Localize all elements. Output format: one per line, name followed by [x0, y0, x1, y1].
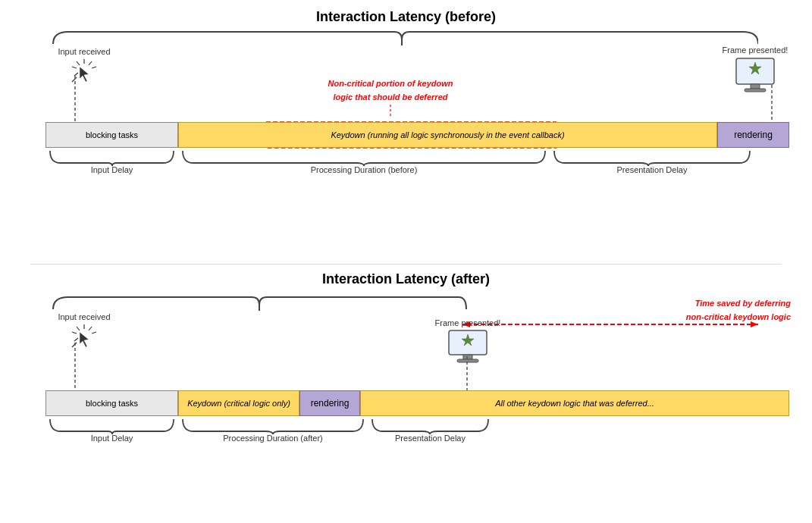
bottom-input-received: Input received: [58, 312, 111, 352]
top-noncritical-annotation: Non-critical portion of keydown logic th…: [288, 76, 493, 118]
svg-line-24: [77, 327, 80, 330]
top-frame-presented: Frame presented!: [721, 45, 789, 96]
svg-rect-12: [745, 89, 766, 92]
svg-line-2: [89, 61, 92, 65]
top-presentation-label: Presentation Delay: [550, 165, 754, 174]
bottom-input-dashed-line: [74, 343, 76, 396]
bottom-input-delay-brace: [45, 418, 178, 434]
top-presentation-brace: [550, 149, 754, 166]
top-keydown-block: Keydown (running all logic synchronously…: [178, 122, 717, 148]
bottom-deferred-block: All other keydown logic that was deferre…: [360, 390, 789, 416]
svg-line-23: [92, 332, 96, 334]
bottom-overall-brace: [45, 294, 474, 311]
top-input-received: Input received: [58, 47, 111, 86]
divider: [30, 264, 782, 265]
svg-line-4: [77, 61, 80, 65]
top-input-dashed-line: [74, 76, 76, 129]
top-rendering-block: rendering: [717, 122, 789, 148]
top-input-delay-label: Input Delay: [45, 165, 178, 174]
main-container: Interaction Latency (before) Input recei…: [0, 0, 812, 523]
monitor-icon-bottom: [446, 329, 490, 365]
svg-rect-31: [463, 355, 472, 359]
svg-marker-28: [80, 332, 89, 347]
bottom-input-delay-label: Input Delay: [45, 434, 178, 443]
bottom-title: Interaction Latency (after): [322, 271, 490, 287]
svg-line-22: [89, 327, 92, 330]
noncritical-label: Non-critical portion of keydown logic th…: [328, 79, 453, 102]
bottom-frame-presented: Frame presented!: [434, 318, 502, 367]
top-title: Interaction Latency (before): [316, 9, 496, 24]
top-blocking-tasks-block: blocking tasks: [45, 122, 178, 148]
bottom-processing-brace: [178, 418, 368, 434]
bottom-rendering-block: rendering: [299, 390, 360, 416]
svg-line-25: [72, 332, 77, 334]
svg-rect-11: [751, 84, 760, 89]
top-processing-label: Processing Duration (before): [178, 165, 550, 174]
svg-line-26: [74, 338, 78, 341]
bottom-timeline: blocking tasks Keydown (critical logic o…: [45, 390, 789, 418]
top-processing-brace: [178, 149, 550, 166]
svg-marker-19: [751, 321, 758, 327]
top-input-delay-brace: [45, 149, 178, 166]
noncritical-arrow: [288, 105, 493, 118]
bottom-processing-label: Processing Duration (after): [178, 434, 368, 443]
svg-marker-8: [80, 67, 89, 82]
bottom-presentation-label: Presentation Delay: [368, 434, 493, 443]
bottom-presentation-brace: [368, 418, 493, 434]
bottom-blocking-tasks-block: blocking tasks: [45, 390, 178, 416]
top-timeline: blocking tasks Keydown (running all logi…: [45, 122, 789, 149]
svg-line-3: [92, 67, 96, 68]
svg-rect-32: [457, 359, 478, 362]
top-overall-brace: [45, 29, 758, 45]
bottom-keydown-block: Keydown (critical logic only): [178, 390, 299, 416]
time-saved-arrow: [462, 318, 758, 330]
svg-line-5: [72, 67, 77, 68]
